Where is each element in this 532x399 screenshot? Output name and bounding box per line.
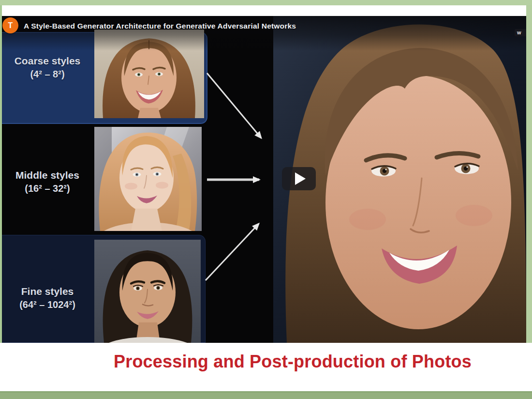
- coarse-styles-label-text: Coarse styles: [15, 54, 81, 68]
- page-frame-right: [526, 5, 532, 391]
- coarse-styles-range-text: (4² – 8²): [30, 68, 64, 80]
- watch-later-label: W: [517, 31, 521, 35]
- middle-face-illustration: [94, 127, 202, 231]
- page-frame-bottom: [0, 391, 532, 399]
- video-player[interactable]: Coarse styles (4² – 8²): [2, 16, 526, 343]
- fine-styles-label: Fine styles (64² – 1024²): [2, 277, 93, 318]
- middle-styles-label-text: Middle styles: [15, 169, 79, 182]
- fine-face-illustration: [94, 240, 201, 343]
- fine-style-face-image: [94, 240, 201, 343]
- fine-styles-range-text: (64² – 1024²): [19, 298, 75, 311]
- page: Coarse styles (4² – 8²): [0, 0, 532, 399]
- coarse-style-face-image: [94, 30, 204, 118]
- coarse-styles-label: Coarse styles (4² – 8²): [2, 48, 93, 87]
- middle-styles-range-text: (16² – 32²): [25, 182, 70, 195]
- middle-styles-label: Middle styles (16² – 32²): [2, 162, 93, 201]
- caption-row: Processing and Post-production of Photos: [0, 343, 532, 391]
- channel-avatar-letter: T: [8, 21, 13, 30]
- fine-styles-label-text: Fine styles: [21, 285, 74, 298]
- play-button[interactable]: [282, 167, 316, 190]
- play-icon: [295, 172, 306, 185]
- coarse-face-illustration: [94, 30, 204, 118]
- arrow-fine: [206, 224, 259, 280]
- video-title[interactable]: A Style-Based Generator Architecture for…: [24, 22, 391, 31]
- arrow-coarse: [207, 73, 261, 138]
- caption-title: Processing and Post-production of Photos: [0, 352, 532, 372]
- page-frame-top: [0, 0, 532, 5]
- watch-later-button[interactable]: W: [515, 29, 526, 36]
- channel-avatar[interactable]: T: [2, 17, 18, 33]
- middle-style-face-image: [94, 127, 202, 231]
